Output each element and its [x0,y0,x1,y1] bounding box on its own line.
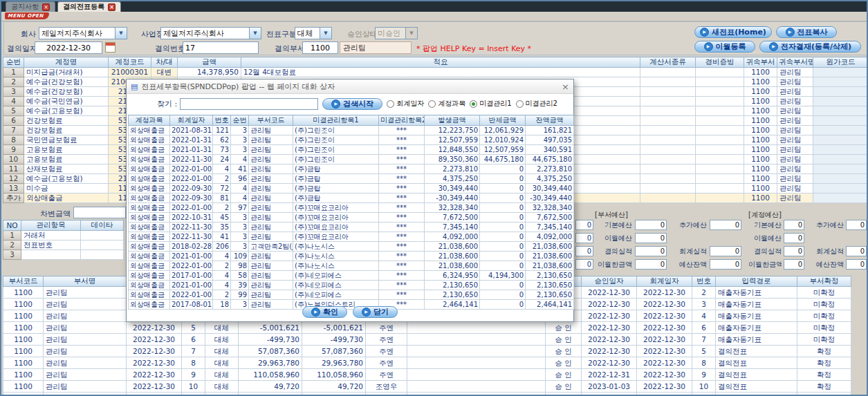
cell[interactable]: 관리팀 [249,281,293,290]
cell[interactable]: (주)꼬매요코리아 [293,203,379,213]
cell[interactable]: 관리팀 [777,184,813,194]
cell[interactable]: 5 [692,346,716,357]
table-row[interactable]: 외상매출금2022-09-30724관리팀(주)금탑***30,349,4400… [129,184,574,194]
cell[interactable]: 외상매출금 [129,242,170,252]
cell[interactable]: 12,223,750 [425,126,480,135]
cell[interactable]: 21,038,600 [526,252,574,261]
cell[interactable]: 매출자동기표 [716,334,797,346]
cell[interactable]: 2 [213,174,231,184]
cell[interactable]: (주)그린조이 [293,135,379,145]
cell[interactable] [640,126,696,135]
cell[interactable]: 관리팀 [44,346,127,357]
cell[interactable]: 12,010,924 [480,135,526,145]
cell[interactable]: 외상매출금 [129,126,170,135]
cell[interactable]: 관리팀 [249,261,293,271]
cell[interactable]: 관리팀 [249,145,293,155]
cell[interactable]: 관리팀 [777,106,813,116]
cell[interactable]: 외상매출금 [24,194,109,203]
cell[interactable]: 관리팀 [249,135,293,145]
cell[interactable]: 4 [213,281,231,290]
cell[interactable]: 2017-01-00 [170,271,213,281]
cell[interactable]: 7,672,500 [526,213,574,223]
budget-field-value[interactable]: 0 [710,246,741,256]
cell[interactable]: *** [379,223,425,232]
cell[interactable] [640,184,696,194]
cell[interactable]: 8 [182,357,205,369]
cell[interactable]: 44,675,180 [526,155,574,164]
cell[interactable] [696,194,744,203]
cell[interactable]: 관리팀 [249,126,293,135]
dialog-titlebar[interactable]: ▤ 전표세부항목(SPNDCDPop) 팝업 -- 웹 페이지 대화 상자 × [127,79,573,94]
cell[interactable]: 2,273,810 [425,164,480,174]
cell[interactable]: 관리팀 [249,232,293,242]
cell[interactable]: 8 [692,357,716,369]
cell[interactable] [640,135,696,145]
cell[interactable]: 32,328,340 [526,203,574,213]
cell[interactable]: 승 인 [546,334,582,346]
cell[interactable]: 2 [692,287,716,299]
cell[interactable]: 41 [213,232,231,242]
cell[interactable] [640,68,696,77]
cell[interactable]: 1100 [744,145,777,155]
cell[interactable]: 41 [231,164,249,174]
cell[interactable]: 대체 [205,369,239,381]
cell[interactable]: 3 [692,299,716,310]
table-row[interactable]: 외상매출금2022-01-00299관리팀(주)네오피에스***2,130,65… [129,290,574,300]
cell[interactable]: 확정 [797,381,851,393]
cell[interactable]: 12,507,959 [425,135,480,145]
cell[interactable] [407,334,546,346]
table-row[interactable]: 외상매출금2022-01-00296관리팀(주)금탑***4,375,25004… [129,174,574,184]
table-row[interactable]: 2전표번호 [3,241,124,250]
cell[interactable]: 미확정 [797,299,851,310]
cell[interactable]: 외상매출금 [129,203,170,213]
cell[interactable]: -499,730 [302,334,366,346]
cell[interactable]: 2 [3,77,24,87]
cell[interactable]: 99 [231,290,249,300]
cell[interactable]: 497,035 [526,135,574,145]
cell[interactable]: 관리팀 [777,87,813,97]
cell[interactable]: 89,350,360 [425,155,480,164]
cell[interactable]: 2023-01-03 [582,381,637,393]
cell[interactable]: 4,375,250 [425,174,480,184]
cell[interactable]: 1100 [744,155,777,164]
cell[interactable]: 2022-12-30 [582,334,637,346]
cell[interactable]: 7 [692,334,716,346]
cell[interactable]: 주엔 [366,346,407,357]
cell[interactable]: 1100 [3,346,44,357]
cell[interactable]: 10 [3,155,24,164]
cell[interactable] [813,155,868,164]
cell[interactable]: 1100 [3,357,44,369]
cell[interactable] [637,393,692,396]
cell[interactable]: 0 [480,252,526,261]
cell[interactable]: (주)네오피에스 [293,281,379,290]
cell[interactable]: 관리팀 [777,155,813,164]
cell[interactable]: 승 인 [546,346,582,357]
cell[interactable]: 21,038,600 [425,261,480,271]
cell[interactable]: 2022-12-30 [637,369,692,381]
cell[interactable]: 외상매출금 [129,164,170,174]
cell[interactable]: 2,130,650 [425,290,480,300]
cell[interactable]: 관리팀 [249,271,293,281]
cell[interactable]: 121 [213,126,231,135]
cell[interactable] [813,77,868,87]
cell[interactable] [366,393,407,396]
cell[interactable]: 3 [231,126,249,135]
chevron-down-icon[interactable]: ▼ [320,28,331,39]
cell[interactable]: 2022-12-30 [127,369,182,381]
cell[interactable]: 2018-02-28 [170,242,213,252]
cell[interactable]: 승 인 [546,357,582,369]
cell[interactable]: 건강보험료 [24,116,109,126]
cell[interactable]: 6 [182,334,205,346]
cell[interactable]: 2022-12-30 [582,299,637,310]
cell[interactable]: (주)나노시스 [293,252,379,261]
cell[interactable]: 2022-12-30 [637,310,692,322]
budget-field-value[interactable]: 0 [784,220,804,230]
cell[interactable]: (주)그린조이 [293,145,379,155]
cell[interactable] [407,346,546,357]
cell[interactable]: 21000301 [109,68,151,77]
cell[interactable] [813,87,868,97]
cell[interactable]: 대체 [205,393,239,396]
cell[interactable]: 예수금(건강보험) [24,87,109,97]
cell[interactable]: *** [379,271,425,281]
cell[interactable]: 9 [692,369,716,381]
